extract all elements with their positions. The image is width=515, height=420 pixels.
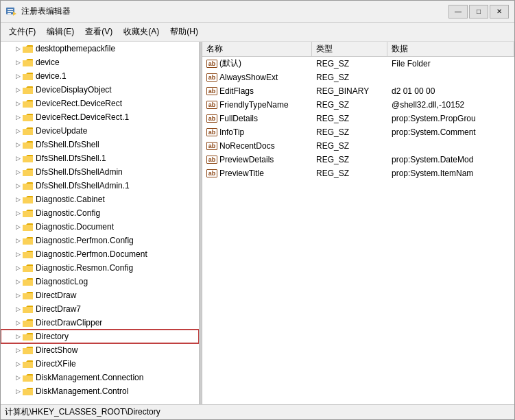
tree-item[interactable]: ▷ DirectDraw [1,288,199,302]
tree-expand-icon[interactable]: ▷ [13,332,23,341]
detail-cell-type: REG_BINARY [312,86,387,97]
tree-item-label: device [36,58,60,67]
tree-expand-icon[interactable]: ▷ [13,291,23,300]
col-header-data[interactable]: 数据 [387,42,514,56]
tree-item[interactable]: ▷ DeviceUpdate [1,124,199,138]
reg-value-icon: ab [206,156,217,164]
table-row[interactable]: abPreviewTitleREG_SZprop:System.ItemNam [202,166,514,180]
tree-expand-icon[interactable]: ▷ [13,373,23,382]
tree-item[interactable]: ▷ DfsShell.DfsShellAdmin [1,165,199,179]
tree-expand-icon[interactable]: ▷ [13,99,23,108]
tree-item[interactable]: ▷ Diagnostic.Perfmon.Config [1,234,199,247]
content-area: ▷ desktopthemepackfile▷ device▷ device.1… [1,42,514,404]
tree-item[interactable]: ▷ DeviceRect.DeviceRect.1 [1,110,199,124]
col-header-name[interactable]: 名称 [202,42,312,56]
minimize-button[interactable]: — [448,5,468,18]
tree-item[interactable]: ▷ desktopthemepackfile [1,42,199,55]
tree-expand-icon[interactable]: ▷ [13,85,23,95]
tree-expand-icon[interactable]: ▷ [13,386,23,396]
tree-item[interactable]: ▷ DfsShell.DfsShell [1,138,199,151]
tree-expand-icon[interactable]: ▷ [13,195,23,204]
table-row[interactable]: abEditFlagsREG_BINARYd2 01 00 00 [202,84,514,98]
tree-expand-icon[interactable]: ▷ [13,112,23,122]
tree-item[interactable]: ▷ device.1 [1,69,199,83]
tree-item[interactable]: ▷ DfsShell.DfsShellAdmin.1 [1,179,199,193]
col-header-type[interactable]: 类型 [312,42,387,56]
tree-expand-icon[interactable]: ▷ [13,359,23,369]
tree-expand-icon[interactable]: ▷ [13,140,23,149]
tree-item-label: Diagnostic.Config [36,208,100,218]
tree-expand-icon[interactable]: ▷ [13,167,23,177]
tree-item[interactable]: ▷ DiskManagement.Connection [1,371,199,384]
folder-icon [23,359,34,369]
table-row[interactable]: abInfoTipREG_SZprop:System.Comment [202,125,514,139]
tree-item-label: DirectDrawClipper [36,318,102,328]
tree-scroll[interactable]: ▷ desktopthemepackfile▷ device▷ device.1… [1,42,199,404]
tree-item[interactable]: ▷ Diagnostic.Document [1,220,199,234]
tree-item[interactable]: ▷ DirectShow [1,343,199,357]
tree-item[interactable]: ▷ DeviceDisplayObject [1,83,199,97]
tree-item[interactable]: ▷ DirectDrawClipper [1,316,199,330]
tree-item[interactable]: ▷ device [1,55,199,69]
svg-rect-25 [23,129,33,135]
detail-cell-data [387,145,514,147]
menu-item[interactable]: 帮助(H) [165,24,204,40]
tree-item[interactable]: ▷ Diagnostic.Config [1,206,199,220]
tree-expand-icon[interactable]: ▷ [13,126,23,136]
tree-item[interactable]: ▷ DeviceRect.DeviceRect [1,97,199,110]
tree-expand-icon[interactable]: ▷ [13,71,23,81]
tree-item-label: DfsShell.DfsShellAdmin.1 [36,181,130,190]
reg-value-icon: ab [206,87,217,95]
detail-scroll[interactable]: ab(默认)REG_SZFile FolderabAlwaysShowExtRE… [202,57,514,404]
tree-item-label: Diagnostic.Resmon.Config [36,263,133,273]
tree-expand-icon[interactable]: ▷ [13,153,23,163]
tree-expand-icon[interactable]: ▷ [13,318,23,328]
tree-expand-icon[interactable]: ▷ [13,263,23,273]
menu-item[interactable]: 编辑(E) [41,24,80,40]
detail-cell-name: abAlwaysShowExt [202,72,312,83]
tree-item-label: DirectDraw [36,291,76,300]
tree-item[interactable]: ▷ Diagnostic.Resmon.Config [1,261,199,275]
tree-item[interactable]: ▷ DirectXFile [1,357,199,371]
table-row[interactable]: abPreviewDetailsREG_SZprop:System.DateMo… [202,153,514,166]
table-row[interactable]: abFriendlyTypeNameREG_SZ@shell32.dll,-10… [202,98,514,112]
tree-expand-icon[interactable]: ▷ [13,304,23,314]
tree-expand-icon[interactable]: ▷ [13,345,23,355]
tree-item-label: DeviceRect.DeviceRect [36,99,122,108]
maximize-button[interactable]: □ [469,5,488,18]
table-row[interactable]: abNoRecentDocsREG_SZ [202,139,514,153]
close-button[interactable]: ✕ [490,5,509,18]
tree-item[interactable]: ▷ DiagnosticLog [1,275,199,288]
table-row[interactable]: abFullDetailsREG_SZprop:System.PropGrou [202,112,514,125]
detail-cell-type: REG_SZ [312,58,387,69]
tree-expand-icon[interactable]: ▷ [13,58,23,67]
reg-value-icon: ab [206,60,217,68]
tree-item[interactable]: ▷ DirectDraw7 [1,302,199,316]
table-row[interactable]: ab(默认)REG_SZFile Folder [202,57,514,71]
menu-bar: 文件(F)编辑(E)查看(V)收藏夹(A)帮助(H) [1,23,514,42]
tree-item[interactable]: ▷ Diagnostic.Cabinet [1,193,199,206]
tree-expand-icon[interactable]: ▷ [13,44,23,53]
tree-expand-icon[interactable]: ▷ [13,249,23,259]
tree-expand-icon[interactable]: ▷ [13,181,23,190]
tree-item[interactable]: ▷ DfsShell.DfsShell.1 [1,151,199,165]
svg-rect-40 [23,197,33,203]
menu-item[interactable]: 文件(F) [3,24,41,40]
svg-rect-19 [23,101,33,108]
tree-item[interactable]: ▷ Directory [1,330,199,343]
table-row[interactable]: abAlwaysShowExtREG_SZ [202,71,514,84]
tree-item-label: DirectDraw7 [36,304,81,314]
folder-icon [23,373,34,382]
detail-cell-data: prop:System.Comment [387,127,514,138]
detail-cell-name: abInfoTip [202,127,312,138]
main-window: 注册表编辑器 — □ ✕ 文件(F)编辑(E)查看(V)收藏夹(A)帮助(H) … [0,0,515,420]
tree-item[interactable]: ▷ Diagnostic.Perfmon.Document [1,247,199,261]
tree-expand-icon[interactable]: ▷ [13,208,23,218]
menu-item[interactable]: 收藏夹(A) [118,24,165,40]
menu-item[interactable]: 查看(V) [80,24,118,40]
tree-expand-icon[interactable]: ▷ [13,236,23,245]
detail-cell-name: ab(默认) [202,57,312,70]
tree-expand-icon[interactable]: ▷ [13,277,23,286]
tree-expand-icon[interactable]: ▷ [13,222,23,232]
tree-item[interactable]: ▷ DiskManagement.Control [1,384,199,398]
